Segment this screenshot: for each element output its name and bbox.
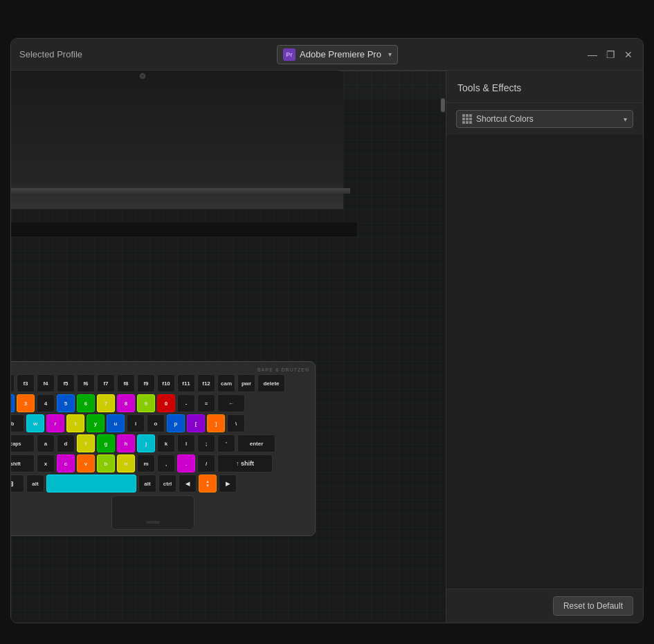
key-backspace[interactable]: ← — [217, 394, 245, 412]
key-slash[interactable]: / — [197, 454, 215, 472]
key-5[interactable]: 5 — [57, 394, 75, 412]
key-tab[interactable]: tab — [11, 414, 24, 432]
key-f3[interactable]: f3 — [17, 374, 35, 392]
profile-label: Selected Profile — [19, 49, 82, 59]
key-comma[interactable]: , — [157, 454, 175, 472]
key-6[interactable]: 6 — [77, 394, 95, 412]
grid-icon — [462, 114, 472, 124]
shortcut-colors-label: Shortcut Colors — [476, 114, 617, 124]
trackpad[interactable] — [111, 495, 194, 530]
reset-to-default-button[interactable]: Reset to Default — [553, 596, 633, 616]
panel-content — [446, 135, 643, 589]
key-equals[interactable]: = — [197, 394, 215, 412]
app-window: Selected Profile Pr Adobe Premiere Pro ▾… — [10, 38, 644, 623]
key-f6[interactable]: f6 — [77, 374, 95, 392]
key-f9[interactable]: f9 — [137, 374, 155, 392]
key-j[interactable]: j — [137, 434, 155, 452]
key-super[interactable]: ⊞ — [11, 475, 24, 493]
key-8[interactable]: 8 — [117, 394, 135, 412]
key-rbracket[interactable]: ] — [207, 414, 225, 432]
scroll-indicator[interactable] — [441, 98, 445, 112]
key-r[interactable]: r — [46, 414, 64, 432]
key-period[interactable]: . — [177, 454, 195, 472]
key-cam[interactable]: cam — [217, 374, 235, 392]
key-h[interactable]: h — [117, 434, 135, 452]
trackpad-area — [11, 495, 309, 530]
key-t[interactable]: t — [66, 414, 84, 432]
reset-container: Reset to Default — [446, 589, 643, 623]
key-w[interactable]: w — [26, 414, 44, 432]
laptop-camera — [140, 73, 145, 79]
key-minus[interactable]: - — [177, 394, 195, 412]
key-space[interactable] — [46, 475, 136, 493]
key-v[interactable]: v — [77, 454, 95, 472]
key-rctrl[interactable]: ctrl — [158, 475, 176, 493]
keyboard-row-numbers: ~ 3 4 5 6 7 8 9 0 - = ← — [11, 394, 309, 412]
key-f11[interactable]: f11 — [177, 374, 195, 392]
panel-title: Tools & Effects — [457, 82, 521, 93]
key-caps[interactable]: caps — [11, 434, 35, 452]
key-f12[interactable]: f12 — [197, 374, 215, 392]
minimize-button[interactable]: — — [586, 48, 599, 61]
key-o[interactable]: o — [147, 414, 165, 432]
shortcut-colors-dropdown[interactable]: Shortcut Colors ▾ — [456, 110, 633, 128]
key-left[interactable]: ◀ — [179, 475, 197, 493]
key-x[interactable]: x — [37, 454, 55, 472]
key-l[interactable]: l — [177, 434, 195, 452]
key-ralt[interactable]: alt — [138, 475, 156, 493]
key-d[interactable]: d — [57, 434, 75, 452]
profile-name: Adobe Premiere Pro — [300, 49, 381, 59]
keyboard-row-home: caps a d f g h j k l ; ' enter — [11, 434, 309, 452]
key-7[interactable]: 7 — [97, 394, 115, 412]
key-i[interactable]: i — [127, 414, 145, 432]
key-4[interactable]: 4 — [37, 394, 55, 412]
key-tilde[interactable]: ~ — [11, 394, 15, 412]
key-n[interactable]: n — [117, 454, 135, 472]
key-lshift[interactable]: shift — [11, 454, 35, 472]
key-updown[interactable]: ▲ ▼ — [199, 475, 217, 493]
key-y[interactable]: y — [87, 414, 105, 432]
key-lbracket[interactable]: [ — [187, 414, 205, 432]
key-u[interactable]: u — [107, 414, 125, 432]
window-controls: — ❐ ✕ — [586, 48, 635, 61]
keyboard-row-qwerty: tab w r t y u i o p [ ] \ — [11, 414, 309, 432]
key-p[interactable]: p — [167, 414, 185, 432]
restore-button[interactable]: ❐ — [604, 48, 617, 61]
key-3[interactable]: 3 — [17, 394, 35, 412]
key-k[interactable]: k — [157, 434, 175, 452]
key-semicolon[interactable]: ; — [197, 434, 215, 452]
key-backslash[interactable]: \ — [227, 414, 245, 432]
key-g[interactable]: g — [97, 434, 115, 452]
profile-dropdown-arrow: ▾ — [388, 50, 392, 58]
panel-header: Tools & Effects — [446, 71, 643, 103]
keyboard-row-bottom: shift x c v b n m , . / ↑ shift — [11, 454, 309, 472]
key-f8[interactable]: f8 — [117, 374, 135, 392]
key-f10[interactable]: f10 — [157, 374, 175, 392]
close-button[interactable]: ✕ — [622, 48, 635, 61]
key-b[interactable]: b — [97, 454, 115, 472]
keyboard-row-fn: f2 f3 f4 f5 f6 f7 f8 f9 f10 f11 f12 cam … — [11, 374, 309, 392]
keyboard-row-space: ⊞ alt alt ctrl ◀ ▲ ▼ ▶ — [11, 475, 309, 493]
key-lalt[interactable]: alt — [26, 475, 44, 493]
key-rshift[interactable]: ↑ shift — [217, 454, 273, 472]
key-m[interactable]: m — [137, 454, 155, 472]
key-f4[interactable]: f4 — [37, 374, 55, 392]
key-f2[interactable]: f2 — [11, 374, 15, 392]
profile-dropdown[interactable]: Pr Adobe Premiere Pro ▾ — [277, 45, 398, 64]
panel-dropdown-row: Shortcut Colors ▾ — [446, 103, 643, 135]
key-f5[interactable]: f5 — [57, 374, 75, 392]
key-f7[interactable]: f7 — [97, 374, 115, 392]
key-f[interactable]: f — [77, 434, 95, 452]
key-c[interactable]: c — [57, 454, 75, 472]
title-bar-center: Pr Adobe Premiere Pro ▾ — [89, 45, 586, 64]
key-quote[interactable]: ' — [217, 434, 235, 452]
key-0[interactable]: 0 — [157, 394, 175, 412]
key-pwr[interactable]: pwr — [237, 374, 255, 392]
key-delete[interactable]: delete — [257, 374, 285, 392]
key-right[interactable]: ▶ — [219, 475, 237, 493]
key-9[interactable]: 9 — [137, 394, 155, 412]
key-a[interactable]: a — [37, 434, 55, 452]
key-enter[interactable]: enter — [237, 434, 275, 452]
canvas-area: BARE & DRUTZEN f2 f3 f4 f5 f6 f7 f8 f9 f… — [11, 71, 446, 623]
content-area: BARE & DRUTZEN f2 f3 f4 f5 f6 f7 f8 f9 f… — [11, 71, 643, 623]
